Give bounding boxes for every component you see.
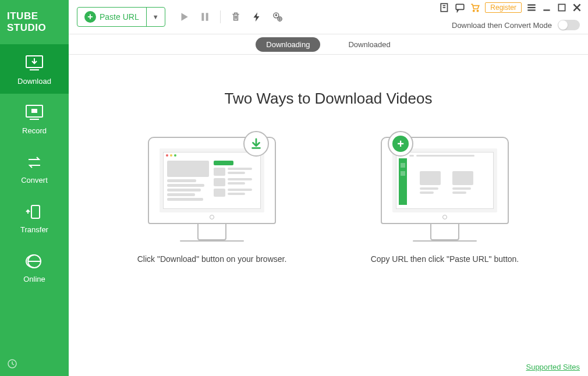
tab-downloading[interactable]: Downloading [256, 37, 320, 52]
sidebar-item-download[interactable]: Download [0, 44, 69, 94]
play-button[interactable] [176, 9, 192, 25]
sidebar-item-label: Convert [21, 176, 48, 185]
paste-url-button[interactable]: + Paste URL [77, 11, 146, 23]
history-icon[interactable] [7, 359, 17, 369]
sidebar-item-convert[interactable]: Convert [0, 143, 69, 193]
record-icon [24, 104, 45, 122]
paste-url-button-group: + Paste URL ▼ [77, 7, 165, 27]
sidebar-item-transfer[interactable]: Transfer [0, 193, 69, 242]
online-icon [24, 253, 45, 270]
paste-url-dropdown[interactable]: ▼ [146, 8, 165, 26]
main-area: Register Download then Convert Mode + [69, 0, 588, 376]
monitor-illustration-1 [148, 137, 276, 242]
svg-rect-3 [31, 109, 37, 113]
way-2-description: Copy URL then click "Paste URL" button. [371, 253, 519, 265]
tab-row: Downloading Downloaded [69, 34, 588, 55]
content-area: Two Ways to Download Videos [69, 55, 588, 376]
sidebar-item-label: Transfer [20, 225, 48, 234]
tab-downloaded[interactable]: Downloaded [338, 37, 401, 52]
way-1-description: Click "Download" button on your browser. [137, 253, 287, 265]
svg-rect-22 [206, 13, 208, 21]
sidebar-item-label: Online [23, 275, 45, 283]
app-logo: ITUBE STUDIO [0, 0, 69, 44]
delete-button[interactable] [228, 9, 244, 25]
transfer-icon [24, 203, 45, 221]
pause-button[interactable] [197, 9, 213, 25]
plus-circle-icon: + [388, 131, 413, 157]
separator [220, 10, 221, 23]
sidebar-item-label: Download [17, 77, 51, 86]
download-arrow-icon [243, 131, 269, 157]
plus-icon: + [84, 11, 96, 23]
sidebar: ITUBE STUDIO Download Record [0, 0, 69, 376]
sidebar-item-record[interactable]: Record [0, 94, 69, 143]
supported-sites-link[interactable]: Supported Sites [526, 363, 580, 371]
sidebar-item-online[interactable]: Online [0, 242, 69, 292]
monitor-illustration-2: + [381, 137, 509, 242]
toolbar: + Paste URL ▼ [69, 0, 588, 34]
convert-icon [24, 154, 45, 171]
download-settings-button[interactable] [270, 9, 286, 25]
download-icon [24, 55, 45, 72]
way-1: Click "Download" button on your browser. [130, 137, 293, 265]
svg-rect-5 [31, 205, 40, 218]
turbo-button[interactable] [249, 9, 265, 25]
paste-url-label: Paste URL [100, 12, 139, 22]
way-2: + Copy URL then click "Paste URL" button… [363, 137, 526, 265]
sidebar-item-label: Record [22, 126, 47, 135]
svg-rect-21 [201, 13, 204, 21]
page-title: Two Ways to Download Videos [225, 90, 433, 108]
